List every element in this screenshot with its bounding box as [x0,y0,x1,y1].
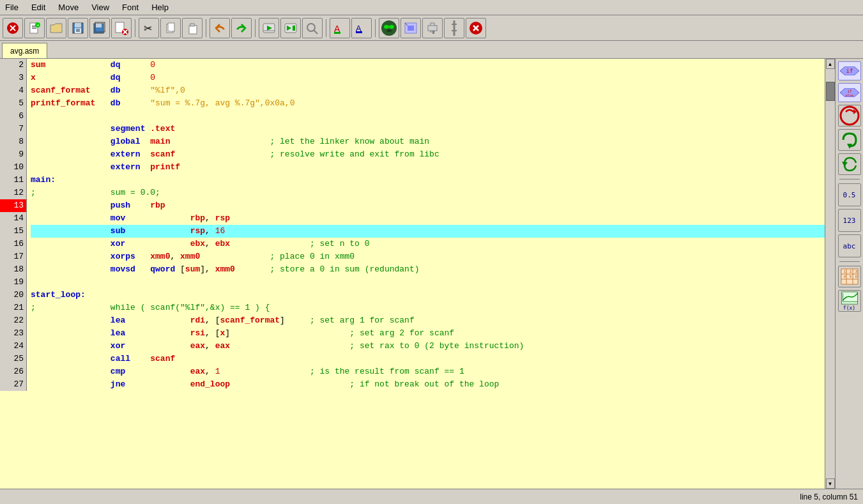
scrollbar-vertical[interactable]: ▲ ▼ [825,59,835,489]
reset-button[interactable] [838,153,861,175]
paste-button[interactable] [182,18,202,38]
code-line-12: ; sum = 0.0; [31,187,825,199]
copy-button[interactable] [160,18,181,38]
line-num-8: 8 [0,135,26,148]
svg-rect-9 [75,23,81,27]
loop-button[interactable] [838,105,861,126]
str-button[interactable]: abc [838,234,861,257]
cut-button[interactable]: ✂ [139,18,159,38]
svg-rect-41 [408,26,414,31]
graph-button[interactable]: f(x) [838,290,861,312]
svg-rect-29 [293,26,295,31]
code-line-13: push rbp [31,199,825,212]
plugin-button[interactable] [422,18,443,38]
close-file-button[interactable] [111,18,132,38]
svg-text:✂: ✂ [144,23,152,34]
code-line-18: movsd qword [sum], xmm0 ; store a 0 in s… [31,263,825,276]
line-num-6: 6 [0,110,26,123]
scroll-up-arrow[interactable]: ▲ [826,59,835,69]
snap-button[interactable] [401,18,421,38]
statusbar: line 5, column 51 [0,489,863,504]
line-num-13: 13 [0,199,26,212]
line-num-24: 24 [0,340,26,353]
code-line-25: call scanf [31,353,825,365]
if-button[interactable]: if [838,61,861,80]
tabbar: avg.asm [0,41,863,59]
sep2 [206,19,206,37]
menu-file[interactable]: File [3,3,21,12]
svg-point-39 [386,29,392,32]
line-num-9: 9 [0,148,26,161]
code-line-8: global main ; let the linker know about … [31,135,825,148]
save-button[interactable] [68,18,88,38]
svg-rect-72 [841,292,857,304]
line-num-17: 17 [0,250,26,263]
line-num-3: 3 [0,72,26,84]
matrix-button[interactable]: 1 2 3 4 5 6 [838,266,861,287]
int-label: 123 [843,217,856,225]
color1-button[interactable]: A [330,18,350,38]
code-content[interactable]: sum dq 0 x dq 0 scanf_format db "%lf",0 … [27,59,825,391]
line-num-21: 21 [0,302,26,314]
svg-text:2: 2 [850,270,852,273]
svg-text:else: else [845,93,853,97]
line-numbers: 2 3 4 5 6 7 8 9 10 11 12 13 14 15 16 17 [0,59,27,391]
svg-text:5: 5 [850,275,852,279]
tab-avgasm[interactable]: avg.asm [2,43,47,58]
menu-move[interactable]: Move [56,3,81,12]
redo-button[interactable] [231,18,252,38]
line-num-5: 5 [0,97,26,110]
svg-rect-13 [96,24,102,27]
menu-edit[interactable]: Edit [29,3,48,12]
int-button[interactable]: 123 [838,209,861,232]
svg-text:1: 1 [844,270,846,273]
editor-scroll[interactable]: 2 3 4 5 6 7 8 9 10 11 12 13 14 15 16 17 [0,59,825,489]
svg-text:if: if [846,68,853,74]
code-line-11: main: [31,174,825,187]
menu-font[interactable]: Font [119,3,141,12]
open-button[interactable] [46,18,66,38]
new-button[interactable]: + [24,18,45,38]
save-all-button[interactable] [89,18,110,38]
menubar: File Edit Move View Font Help [0,0,863,15]
step-button[interactable] [280,18,301,38]
editor[interactable]: 2 3 4 5 6 7 8 9 10 11 12 13 14 15 16 17 [0,59,825,489]
stop-button[interactable] [466,18,486,38]
code-line-21: ; while ( scanf("%lf",&x) == 1 ) { [31,302,825,314]
menu-view[interactable]: View [89,3,112,12]
ifelse-button[interactable]: if else [838,83,861,102]
line-num-27: 27 [0,378,26,391]
scroll-thumb[interactable] [826,82,835,101]
menu-help[interactable]: Help [149,3,171,12]
run-button[interactable] [259,18,279,38]
svg-text:4: 4 [844,275,846,279]
str-label: abc [843,242,856,250]
code-line-22: lea rdi, [scanf_format] ; set arg 1 for … [31,314,825,327]
close-button[interactable] [3,18,23,38]
code-line-16: xor ebx, ebx ; set n to 0 [31,238,825,250]
code-line-7: segment .text [31,123,825,135]
alien-button[interactable] [379,18,399,38]
code-line-27: jne end_loop ; if not break out of the l… [31,378,825,391]
svg-marker-60 [842,162,848,167]
svg-line-31 [314,30,317,34]
color2-button[interactable]: A [351,18,372,38]
sep1 [135,19,135,37]
float-button[interactable]: 0.5 [838,183,861,206]
code-line-3: x dq 0 [31,72,825,84]
code-line-9: extern scanf ; resolve write and exit fr… [31,148,825,161]
line-num-18: 18 [0,263,26,276]
code-line-14: mov rbp, rsp [31,212,825,225]
sep-btn[interactable] [444,18,464,38]
sep5 [375,19,376,37]
find-button[interactable] [302,18,323,38]
undo-button[interactable] [210,18,230,38]
code-line-26: cmp eax, 1 ; is the result from scanf ==… [31,365,825,378]
scroll-down-arrow[interactable]: ▼ [826,478,835,489]
line-num-14: 14 [0,212,26,225]
redo-loop-button[interactable] [838,129,861,151]
svg-rect-45 [432,31,434,34]
graph-label: f(x) [843,305,855,311]
line-num-4: 4 [0,84,26,97]
code-line-19 [31,276,825,289]
